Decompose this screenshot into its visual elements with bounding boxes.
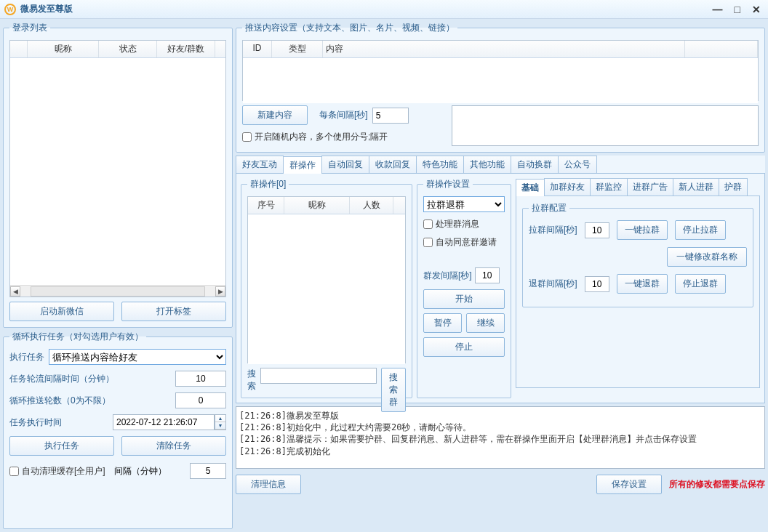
exec-task-button[interactable]: 执行任务 (9, 436, 114, 456)
log-line: [21:26:8]初始化中，此过程大约需要20秒，请耐心等待。 (239, 422, 761, 433)
loop-legend: 循环执行任务（对勾选用户有效） (9, 331, 146, 343)
search-input[interactable] (260, 368, 377, 384)
auto-clean-checkbox[interactable]: 自动清理缓存[全用户] (9, 465, 105, 477)
quit-int-label: 退群间隔[秒] (529, 278, 577, 290)
continue-button[interactable]: 继续 (466, 313, 505, 333)
title-bar: W 微易发至尊版 — □ ✕ (0, 0, 768, 19)
task-select[interactable]: 循环推送内容给好友 (49, 349, 226, 365)
pause-button[interactable]: 暂停 (423, 313, 462, 333)
auto-agree-checkbox[interactable]: 自动同意群邀请 (423, 236, 505, 249)
quit-int-input[interactable] (585, 276, 609, 292)
clear-task-button[interactable]: 清除任务 (121, 436, 226, 456)
main-tabbar: 好友互动 群操作 自动回复 收款回复 特色功能 其他功能 自动换群 公众号 (236, 156, 765, 174)
group-set-panel: 群操作设置 拉群退群 处理群消息 自动同意群邀请 群发间隔[秒] 开始 暂停 继… (417, 178, 511, 398)
open-tag-button[interactable]: 打开标签 (121, 302, 226, 321)
push-interval-input[interactable] (372, 108, 409, 124)
subtab-protect[interactable]: 护群 (719, 178, 748, 196)
clean-int-input[interactable] (190, 463, 226, 479)
interval-input[interactable] (175, 371, 226, 387)
clean-int-label: 间隔（分钟） (114, 465, 167, 477)
tab-friend[interactable]: 好友互动 (236, 156, 284, 173)
push-col-empty (685, 41, 758, 57)
start-button[interactable]: 开始 (423, 289, 505, 309)
tab-group-ops[interactable]: 群操作 (283, 156, 322, 174)
login-col-nick: 昵称 (28, 41, 99, 57)
pull-legend: 拉群配置 (529, 202, 569, 214)
login-legend: 登录列表 (9, 22, 50, 34)
spin-up-icon: ▲ (215, 415, 225, 422)
search-group-button[interactable]: 搜索群 (381, 368, 406, 412)
loop-panel: 循环执行任务（对勾选用户有效） 执行任务 循环推送内容给好友 任务轮流间隔时间（… (3, 331, 233, 529)
gop-col-count: 人数 (350, 197, 393, 214)
start-new-wechat-button[interactable]: 启动新微信 (9, 302, 114, 321)
one-key-pull-button[interactable]: 一键拉群 (617, 220, 668, 240)
interval-label: 任务轮流间隔时间（分钟） (9, 373, 171, 385)
task-label: 执行任务 (9, 351, 44, 363)
time-spinner[interactable]: ▲▼ (113, 414, 226, 430)
push-panel: 推送内容设置（支持文本、图片、名片、视频、链接） ID 类型 内容 新建内容 每… (236, 22, 765, 153)
stop-quit-button[interactable]: 停止退群 (675, 274, 726, 294)
close-button[interactable]: ✕ (749, 4, 764, 15)
tab-auto-reply[interactable]: 自动回复 (321, 156, 369, 173)
minimize-button[interactable]: — (710, 4, 726, 15)
tab-auto-switch[interactable]: 自动换群 (511, 156, 559, 173)
gop-col-idx: 序号 (248, 197, 284, 214)
random-content-checkbox[interactable]: 开启随机内容，多个使用分号;隔开 (242, 131, 446, 143)
push-col-type: 类型 (272, 41, 323, 57)
maximize-button[interactable]: □ (732, 4, 743, 15)
send-int-input[interactable] (475, 267, 500, 283)
save-settings-button[interactable]: 保存设置 (596, 475, 662, 494)
group-set-legend: 群操作设置 (423, 178, 473, 190)
tab-pay-reply[interactable]: 收款回复 (369, 156, 417, 173)
subtab-add-friend[interactable]: 加群好友 (544, 178, 591, 196)
time-input[interactable] (113, 414, 215, 430)
clear-info-button[interactable]: 清理信息 (236, 475, 301, 494)
new-content-button[interactable]: 新建内容 (242, 105, 308, 125)
group-ops-panel: 群操作[0] 序号 昵称 人数 搜索 搜索群 (241, 178, 412, 398)
time-label: 任务执行时间 (9, 416, 108, 429)
handle-msg-checkbox[interactable]: 处理群消息 (423, 218, 505, 230)
subtab-newcomer[interactable]: 新人进群 (673, 178, 719, 196)
stop-pull-button[interactable]: 停止拉群 (675, 220, 726, 240)
login-col-count: 好友/群数 (157, 41, 215, 57)
tab-special[interactable]: 特色功能 (416, 156, 464, 173)
search-label: 搜索 (247, 368, 256, 412)
push-interval-label: 每条间隔[秒] (319, 109, 368, 121)
push-legend: 推送内容设置（支持文本、图片、名片、视频、链接） (242, 22, 457, 34)
pull-int-input[interactable] (585, 222, 609, 238)
subtab-area: 基础 加群好友 群监控 进群广告 新人进群 护群 拉群配置 拉群间隔[秒] (516, 178, 760, 398)
pull-int-label: 拉群间隔[秒] (529, 224, 577, 236)
pull-config-panel: 拉群配置 拉群间隔[秒] 一键拉群 停止拉群 一键修改群名称 (522, 202, 753, 307)
push-textarea[interactable] (452, 105, 759, 146)
push-col-id: ID (243, 41, 272, 57)
log-area: [21:26:8]微易发至尊版 [21:26:8]初始化中，此过程大约需要20秒… (236, 406, 765, 469)
tab-container: 好友互动 群操作 自动回复 收款回复 特色功能 其他功能 自动换群 公众号 群操… (236, 156, 765, 403)
send-int-label: 群发间隔[秒] (423, 270, 472, 282)
tab-other[interactable]: 其他功能 (463, 156, 511, 173)
subtab-ad[interactable]: 进群广告 (627, 178, 673, 196)
push-grid[interactable]: ID 类型 内容 (242, 40, 759, 101)
login-panel: 登录列表 昵称 状态 好友/群数 ◀▶ 启动新微信 打开标签 (3, 22, 233, 328)
gop-col-nick: 昵称 (284, 197, 350, 214)
log-line: [21:26:8]温馨提示：如果需要护群、回复群消息、新人进群等，需在群操作里面… (239, 433, 761, 445)
rounds-input[interactable] (175, 392, 226, 408)
rounds-label: 循环推送轮数（0为不限） (9, 395, 171, 407)
one-key-quit-button[interactable]: 一键退群 (617, 274, 668, 294)
login-grid[interactable]: 昵称 状态 好友/群数 ◀▶ (9, 40, 226, 297)
app-title: 微易发至尊版 (20, 3, 73, 15)
group-ops-legend: 群操作[0] (247, 178, 289, 190)
stop-button[interactable]: 停止 (423, 337, 505, 357)
push-col-content: 内容 (323, 41, 685, 57)
group-mode-select[interactable]: 拉群退群 (423, 196, 505, 212)
app-logo-icon: W (4, 4, 16, 15)
save-warning: 所有的修改都需要点保存 (669, 478, 765, 491)
spin-down-icon: ▼ (215, 422, 225, 430)
group-ops-grid[interactable]: 序号 昵称 人数 (247, 196, 406, 363)
subtab-basic[interactable]: 基础 (516, 179, 545, 196)
rename-group-button[interactable]: 一键修改群名称 (667, 247, 747, 267)
log-line: [21:26:8]完成初始化 (239, 446, 761, 457)
subtab-monitor[interactable]: 群监控 (590, 178, 628, 196)
login-hscroll[interactable]: ◀▶ (10, 285, 225, 297)
tab-public[interactable]: 公众号 (558, 156, 597, 173)
login-col-status: 状态 (99, 41, 157, 57)
